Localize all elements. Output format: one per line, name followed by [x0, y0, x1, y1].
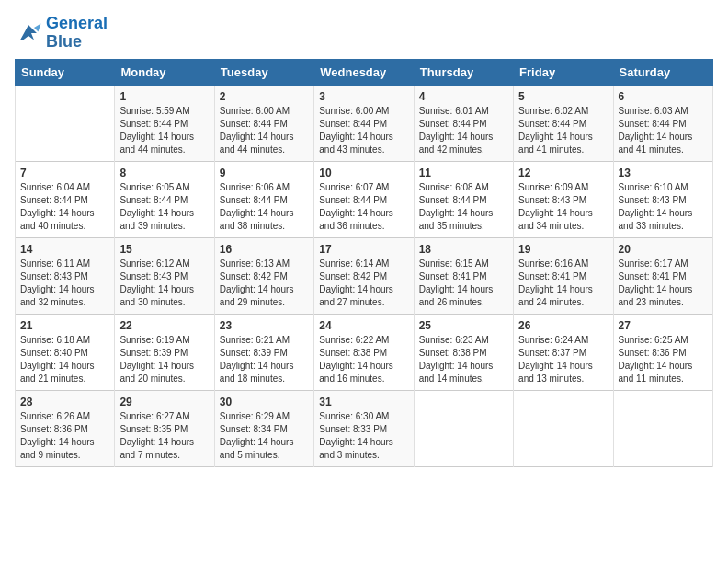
day-number: 15: [119, 243, 209, 256]
day-info: Sunrise: 6:25 AMSunset: 8:36 PMDaylight:…: [619, 334, 708, 385]
calendar-cell: 22Sunrise: 6:19 AMSunset: 8:39 PMDayligh…: [115, 314, 214, 390]
day-number: 2: [220, 90, 309, 103]
day-number: 27: [619, 319, 708, 332]
calendar-cell: 4Sunrise: 6:01 AMSunset: 8:44 PMDaylight…: [414, 85, 513, 161]
calendar-cell: 24Sunrise: 6:22 AMSunset: 8:38 PMDayligh…: [314, 314, 414, 390]
day-number: 29: [119, 396, 209, 408]
calendar-cell: 25Sunrise: 6:23 AMSunset: 8:38 PMDayligh…: [414, 314, 513, 390]
calendar-body: 1Sunrise: 5:59 AMSunset: 8:44 PMDaylight…: [16, 85, 713, 466]
calendar-week-row: 7Sunrise: 6:04 AMSunset: 8:44 PMDaylight…: [16, 161, 713, 237]
day-number: 16: [220, 243, 309, 256]
logo: General Blue: [15, 15, 108, 52]
calendar-cell: 7Sunrise: 6:04 AMSunset: 8:44 PMDaylight…: [16, 161, 115, 237]
calendar-header: Sunday Monday Tuesday Wednesday Thursday…: [16, 59, 713, 85]
calendar-cell: 2Sunrise: 6:00 AMSunset: 8:44 PMDaylight…: [214, 85, 313, 161]
calendar-week-row: 28Sunrise: 6:26 AMSunset: 8:36 PMDayligh…: [16, 390, 713, 466]
day-info: Sunrise: 6:29 AMSunset: 8:34 PMDaylight:…: [220, 410, 309, 462]
calendar-cell: 12Sunrise: 6:09 AMSunset: 8:43 PMDayligh…: [514, 161, 613, 237]
day-info: Sunrise: 6:00 AMSunset: 8:44 PMDaylight:…: [220, 105, 309, 156]
header-wednesday: Wednesday: [314, 59, 414, 85]
day-number: 11: [419, 167, 508, 179]
header-friday: Friday: [514, 59, 613, 85]
day-info: Sunrise: 6:10 AMSunset: 8:43 PMDaylight:…: [619, 181, 708, 233]
svg-marker-0: [20, 25, 37, 40]
day-number: 26: [518, 319, 608, 332]
day-info: Sunrise: 6:08 AMSunset: 8:44 PMDaylight:…: [419, 181, 508, 233]
calendar-cell: 21Sunrise: 6:18 AMSunset: 8:40 PMDayligh…: [16, 314, 115, 390]
calendar-cell: 6Sunrise: 6:03 AMSunset: 8:44 PMDaylight…: [613, 85, 712, 161]
day-number: 8: [119, 167, 209, 179]
calendar-week-row: 1Sunrise: 5:59 AMSunset: 8:44 PMDaylight…: [16, 85, 713, 161]
calendar-cell: 13Sunrise: 6:10 AMSunset: 8:43 PMDayligh…: [613, 161, 712, 237]
day-number: 20: [619, 243, 708, 256]
day-info: Sunrise: 6:26 AMSunset: 8:36 PMDaylight:…: [20, 410, 109, 462]
day-info: Sunrise: 6:01 AMSunset: 8:44 PMDaylight:…: [419, 105, 508, 156]
day-number: 28: [20, 396, 109, 408]
calendar-cell: 30Sunrise: 6:29 AMSunset: 8:34 PMDayligh…: [214, 390, 313, 466]
calendar-week-row: 14Sunrise: 6:11 AMSunset: 8:43 PMDayligh…: [16, 237, 713, 314]
day-info: Sunrise: 6:12 AMSunset: 8:43 PMDaylight:…: [119, 258, 209, 309]
day-info: Sunrise: 6:09 AMSunset: 8:43 PMDaylight:…: [518, 181, 608, 233]
day-info: Sunrise: 6:15 AMSunset: 8:41 PMDaylight:…: [419, 258, 508, 309]
day-info: Sunrise: 6:21 AMSunset: 8:39 PMDaylight:…: [220, 334, 309, 385]
calendar-cell: 28Sunrise: 6:26 AMSunset: 8:36 PMDayligh…: [16, 390, 115, 466]
day-number: 30: [220, 396, 309, 408]
day-info: Sunrise: 6:17 AMSunset: 8:41 PMDaylight:…: [619, 258, 708, 309]
header-saturday: Saturday: [613, 59, 712, 85]
day-number: 22: [119, 319, 209, 332]
calendar-cell: 27Sunrise: 6:25 AMSunset: 8:36 PMDayligh…: [613, 314, 712, 390]
calendar-cell: 19Sunrise: 6:16 AMSunset: 8:41 PMDayligh…: [514, 237, 613, 314]
logo-icon: [15, 20, 42, 46]
calendar-cell: 8Sunrise: 6:05 AMSunset: 8:44 PMDaylight…: [115, 161, 214, 237]
day-number: 1: [119, 90, 209, 103]
header-sunday: Sunday: [16, 59, 115, 85]
calendar-cell: 26Sunrise: 6:24 AMSunset: 8:37 PMDayligh…: [514, 314, 613, 390]
day-info: Sunrise: 6:18 AMSunset: 8:40 PMDaylight:…: [20, 334, 109, 385]
day-number: 31: [319, 396, 408, 408]
day-number: 21: [20, 319, 109, 332]
day-info: Sunrise: 6:11 AMSunset: 8:43 PMDaylight:…: [20, 258, 109, 309]
header-row: Sunday Monday Tuesday Wednesday Thursday…: [16, 59, 713, 85]
day-info: Sunrise: 6:05 AMSunset: 8:44 PMDaylight:…: [119, 181, 209, 233]
calendar-cell: [414, 390, 513, 466]
calendar-cell: 29Sunrise: 6:27 AMSunset: 8:35 PMDayligh…: [115, 390, 214, 466]
day-number: 13: [619, 167, 708, 179]
day-info: Sunrise: 6:00 AMSunset: 8:44 PMDaylight:…: [319, 105, 408, 156]
day-info: Sunrise: 6:07 AMSunset: 8:44 PMDaylight:…: [319, 181, 408, 233]
calendar-cell: 17Sunrise: 6:14 AMSunset: 8:42 PMDayligh…: [314, 237, 414, 314]
calendar-cell: 11Sunrise: 6:08 AMSunset: 8:44 PMDayligh…: [414, 161, 513, 237]
day-number: 5: [518, 90, 608, 103]
logo-text: General Blue: [46, 15, 108, 52]
day-number: 4: [419, 90, 508, 103]
day-number: 17: [319, 243, 408, 256]
day-info: Sunrise: 6:06 AMSunset: 8:44 PMDaylight:…: [220, 181, 309, 233]
calendar-cell: 10Sunrise: 6:07 AMSunset: 8:44 PMDayligh…: [314, 161, 414, 237]
calendar-cell: 3Sunrise: 6:00 AMSunset: 8:44 PMDaylight…: [314, 85, 414, 161]
calendar-cell: 23Sunrise: 6:21 AMSunset: 8:39 PMDayligh…: [214, 314, 313, 390]
calendar-week-row: 21Sunrise: 6:18 AMSunset: 8:40 PMDayligh…: [16, 314, 713, 390]
day-info: Sunrise: 5:59 AMSunset: 8:44 PMDaylight:…: [119, 105, 209, 156]
header-thursday: Thursday: [414, 59, 513, 85]
calendar-cell: 9Sunrise: 6:06 AMSunset: 8:44 PMDaylight…: [214, 161, 313, 237]
day-number: 9: [220, 167, 309, 179]
calendar-cell: 1Sunrise: 5:59 AMSunset: 8:44 PMDaylight…: [115, 85, 214, 161]
day-info: Sunrise: 6:04 AMSunset: 8:44 PMDaylight:…: [20, 181, 109, 233]
day-number: 18: [419, 243, 508, 256]
day-number: 10: [319, 167, 408, 179]
day-number: 25: [419, 319, 508, 332]
calendar-cell: 5Sunrise: 6:02 AMSunset: 8:44 PMDaylight…: [514, 85, 613, 161]
day-info: Sunrise: 6:16 AMSunset: 8:41 PMDaylight:…: [518, 258, 608, 309]
day-info: Sunrise: 6:19 AMSunset: 8:39 PMDaylight:…: [119, 334, 209, 385]
page-header: General Blue: [15, 15, 713, 52]
day-number: 6: [619, 90, 708, 103]
day-info: Sunrise: 6:14 AMSunset: 8:42 PMDaylight:…: [319, 258, 408, 309]
svg-marker-1: [34, 23, 41, 31]
header-monday: Monday: [115, 59, 214, 85]
day-info: Sunrise: 6:22 AMSunset: 8:38 PMDaylight:…: [319, 334, 408, 385]
calendar-cell: 20Sunrise: 6:17 AMSunset: 8:41 PMDayligh…: [613, 237, 712, 314]
day-info: Sunrise: 6:02 AMSunset: 8:44 PMDaylight:…: [518, 105, 608, 156]
day-info: Sunrise: 6:03 AMSunset: 8:44 PMDaylight:…: [619, 105, 708, 156]
day-number: 24: [319, 319, 408, 332]
day-number: 14: [20, 243, 109, 256]
calendar-table: Sunday Monday Tuesday Wednesday Thursday…: [15, 59, 713, 467]
